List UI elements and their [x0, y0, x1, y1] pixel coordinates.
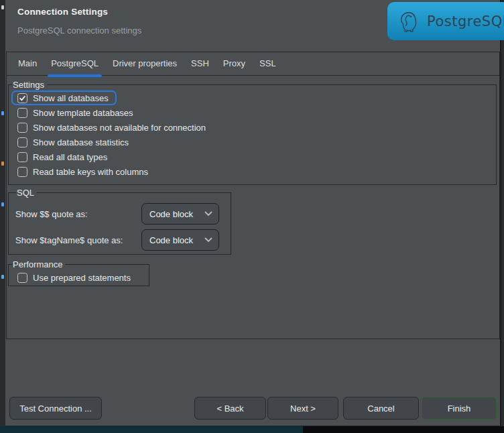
checkbox-label: Read all data types	[33, 152, 107, 162]
bottom-strip-dark	[303, 426, 504, 433]
background-right-strip	[501, 40, 504, 433]
tab-ssh[interactable]: SSH	[191, 52, 209, 76]
page-subtitle: PostgreSQL connection settings	[17, 25, 141, 36]
bottom-strip-teal	[0, 426, 303, 433]
checkbox-label: Show database statistics	[33, 137, 129, 147]
connection-settings-dialog: Connection Settings PostgreSQL connectio…	[5, 0, 501, 426]
checkbox-read-all-data-types[interactable]: Read all data types	[11, 149, 115, 164]
background-speck	[1, 5, 4, 9]
checkbox-box	[17, 137, 27, 147]
checkbox-label: Read table keys with columns	[33, 167, 148, 177]
back-button[interactable]: < Back	[194, 397, 266, 420]
check-icon	[19, 95, 26, 102]
settings-group: Settings Show all databases Show templat…	[8, 80, 497, 185]
page-title: Connection Settings	[17, 7, 108, 17]
checkbox-box	[17, 167, 27, 177]
background-speck	[1, 162, 4, 166]
performance-group: Performance Use prepared statements	[8, 259, 149, 286]
checkbox-box	[17, 273, 27, 283]
background-speck	[1, 111, 4, 115]
checkbox-show-all-databases[interactable]: Show all databases	[11, 90, 117, 105]
performance-group-title: Performance	[12, 259, 65, 269]
next-button[interactable]: Next >	[267, 397, 338, 420]
checkbox-box	[17, 108, 27, 118]
tab-bar: Main PostgreSQL Driver properties SSH Pr…	[7, 52, 499, 76]
checkbox-show-database-statistics[interactable]: Show database statistics	[11, 135, 137, 149]
background-left-strip	[0, 0, 5, 433]
checkbox-label: Show all databases	[33, 93, 109, 103]
tab-proxy[interactable]: Proxy	[223, 52, 245, 76]
background-speck	[1, 275, 4, 279]
postgresql-elephant-icon	[397, 10, 420, 33]
chevron-down-icon	[204, 237, 212, 243]
background-speck	[1, 202, 4, 206]
dollar-quote-select[interactable]: Code block	[141, 203, 219, 225]
checkbox-read-table-keys[interactable]: Read table keys with columns	[11, 164, 156, 179]
checkbox-box	[17, 123, 27, 133]
test-connection-button[interactable]: Test Connection ...	[9, 397, 102, 420]
checkbox-label: Show template databases	[33, 108, 133, 118]
tagname-quote-label: Show $tagName$ quote as:	[15, 235, 141, 245]
finish-button[interactable]: Finish	[422, 397, 497, 420]
sql-group: SQL Show $$ quote as: Code block Show $t…	[8, 188, 231, 255]
chevron-down-icon	[204, 211, 212, 216]
tab-postgresql[interactable]: PostgreSQL	[51, 52, 99, 76]
checkbox-use-prepared-statements[interactable]: Use prepared statements	[11, 270, 139, 285]
logo-wordmark: PostgreSQL	[427, 13, 504, 29]
checkbox-box	[17, 152, 27, 162]
checkbox-box	[17, 93, 27, 103]
checkbox-label: Show databases not available for connect…	[33, 123, 206, 133]
sql-group-title: SQL	[16, 188, 37, 198]
tab-content: Settings Show all databases Show templat…	[7, 76, 499, 338]
tab-folder: Main PostgreSQL Driver properties SSH Pr…	[6, 52, 500, 339]
checkbox-show-template-databases[interactable]: Show template databases	[11, 105, 141, 120]
postgresql-logo: PostgreSQL	[387, 2, 504, 40]
dollar-quote-row: Show $$ quote as: Code block	[15, 203, 231, 225]
checkbox-show-databases-not-available[interactable]: Show databases not available for connect…	[11, 120, 214, 135]
dollar-quote-label: Show $$ quote as:	[15, 209, 141, 219]
checkbox-label: Use prepared statements	[33, 273, 131, 283]
tab-driver-properties[interactable]: Driver properties	[113, 52, 177, 76]
tab-ssl[interactable]: SSL	[259, 52, 276, 76]
tagname-quote-value: Code block	[149, 235, 204, 245]
settings-group-title: Settings	[12, 80, 47, 90]
bottom-strip	[0, 426, 504, 433]
cancel-button[interactable]: Cancel	[343, 397, 419, 420]
dollar-quote-value: Code block	[149, 209, 204, 219]
tagname-quote-select[interactable]: Code block	[141, 229, 219, 251]
tab-main[interactable]: Main	[18, 52, 37, 76]
tagname-quote-row: Show $tagName$ quote as: Code block	[15, 229, 231, 251]
